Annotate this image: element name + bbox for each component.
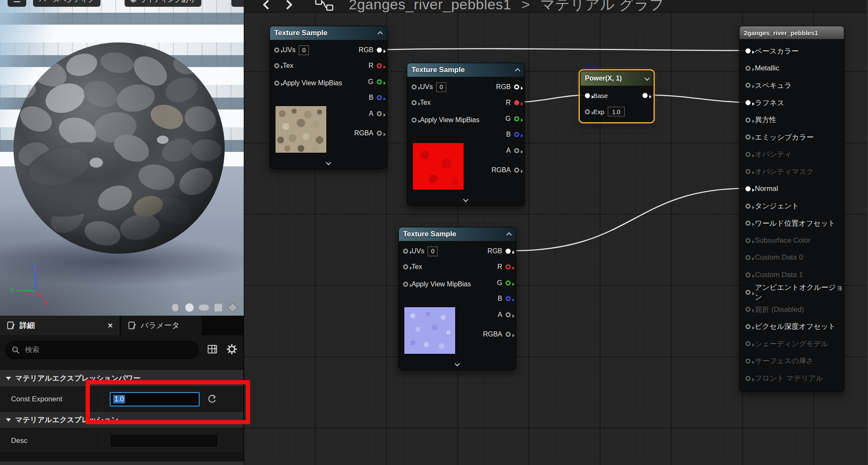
b-output-pin[interactable] [506, 296, 511, 301]
g-output-pin[interactable] [377, 79, 382, 84]
material-output-pin[interactable] [746, 48, 751, 53]
material-output-pin[interactable] [746, 324, 751, 329]
uvs-value[interactable]: 0 [299, 45, 309, 55]
mipbias-input-pin[interactable] [274, 81, 279, 86]
mesh-icon[interactable] [227, 302, 239, 313]
material-output-pin[interactable] [746, 359, 751, 364]
material-output-row: ピクセル深度オフセット [740, 318, 844, 336]
g-output-pin[interactable] [514, 116, 519, 121]
breadcrumb-asset-name[interactable]: 2ganges_river_pebbles1 [349, 0, 511, 12]
uvs-input-pin[interactable] [412, 84, 417, 90]
desc-input[interactable] [110, 434, 218, 448]
material-output-pin[interactable] [746, 152, 751, 157]
settings-gear-icon[interactable] [226, 344, 237, 355]
plane-icon[interactable] [198, 303, 210, 313]
wire-r-to-power-base[interactable] [515, 95, 585, 102]
material-output-label: サーフェスの厚さ [755, 356, 813, 366]
mipbias-input-pin[interactable] [403, 282, 408, 287]
material-output-pin[interactable] [746, 66, 751, 71]
uvs-value[interactable]: 0 [436, 82, 446, 92]
r-output-pin[interactable] [377, 63, 382, 68]
wire-rgb-to-basecolor[interactable] [384, 49, 746, 50]
uvs-input-pin[interactable] [403, 249, 408, 254]
search-box[interactable] [5, 341, 199, 359]
mipbias-input-pin[interactable] [412, 118, 417, 123]
material-result-node[interactable]: 2ganges_river_pebbles1 ベースカラー Metallic [739, 26, 844, 392]
material-output-pin[interactable] [746, 221, 751, 226]
a-output-pin[interactable] [514, 148, 519, 153]
view-mode-dropdown[interactable]: ライティングあり [125, 0, 201, 7]
tex-input-pin[interactable] [412, 100, 417, 105]
material-output-pin[interactable] [746, 118, 751, 123]
texture-sample-node-1[interactable]: Texture Sample UVs0 Tex Apply View MipBi… [270, 26, 387, 169]
material-output-pin[interactable] [746, 290, 751, 295]
material-output-pin[interactable] [746, 134, 751, 140]
viewport-menu-button[interactable] [8, 0, 26, 7]
uvs-input-pin[interactable] [274, 48, 279, 53]
material-output-pin[interactable] [746, 255, 751, 260]
sphere-icon[interactable] [184, 303, 195, 313]
close-tab-button[interactable]: × [108, 321, 113, 330]
cube-icon[interactable] [213, 303, 224, 313]
rgb-output-pin[interactable] [514, 84, 519, 90]
texture-sample-node-2[interactable]: Texture Sample UVs0 Tex Apply View MipBi… [407, 63, 525, 206]
expand-icon[interactable] [326, 160, 331, 165]
collapse-icon[interactable] [515, 68, 520, 73]
r-output-pin[interactable] [506, 264, 511, 269]
extra-toolbar-button[interactable] [231, 0, 244, 7]
column-view-icon[interactable] [208, 345, 217, 353]
material-output-row: 屈折 (Disabled) [740, 301, 844, 318]
r-output-pin[interactable] [514, 100, 519, 105]
material-output-pin[interactable] [746, 204, 751, 209]
material-output-pin[interactable] [746, 169, 751, 174]
rgba-output-pin[interactable] [377, 131, 382, 136]
collapse-icon[interactable] [506, 232, 512, 238]
expand-icon[interactable] [463, 197, 469, 202]
b-output-pin[interactable] [514, 132, 519, 137]
exp-value[interactable]: 1.0 [608, 107, 625, 117]
exp-input-pin[interactable] [585, 109, 590, 114]
wire-rgb-to-normal[interactable] [512, 188, 746, 251]
collapse-icon[interactable] [378, 31, 383, 36]
material-output-label: オパシティマスク [755, 167, 814, 176]
dropdown-icon[interactable] [645, 75, 650, 81]
power-output-pin[interactable] [643, 93, 648, 98]
search-input[interactable] [24, 345, 193, 355]
material-output-pin[interactable] [746, 376, 751, 381]
tab-details[interactable]: 詳細 × [0, 316, 120, 335]
preview-shape-buttons [170, 302, 239, 313]
panel-tabbar: 詳細 × パラメータ [0, 316, 243, 335]
wire-power-to-roughness[interactable] [650, 95, 746, 102]
a-output-pin[interactable] [377, 111, 382, 116]
tab-parameters[interactable]: パラメータ [121, 316, 202, 335]
rgba-output-pin[interactable] [514, 168, 519, 173]
material-output-pin[interactable] [746, 186, 751, 191]
uvs-value[interactable]: 0 [428, 247, 438, 256]
material-output-pin[interactable] [746, 100, 751, 105]
texture-sample-node-3[interactable]: Texture Sample UVs0 Tex Apply View MipBi… [398, 227, 516, 370]
rgb-output-pin[interactable] [377, 48, 382, 53]
preview-sphere[interactable] [11, 40, 227, 256]
forward-arrow-icon[interactable] [281, 0, 295, 12]
b-output-pin[interactable] [377, 95, 382, 100]
back-arrow-icon[interactable] [260, 0, 274, 12]
rgb-output-pin[interactable] [506, 249, 511, 254]
cylinder-icon[interactable] [170, 303, 181, 313]
material-output-pin[interactable] [746, 272, 751, 277]
preview-viewport[interactable]: パースペクティブ ライティングあり Z Y X [0, 0, 244, 316]
expand-icon[interactable] [455, 361, 460, 367]
material-graph-canvas[interactable]: 2ganges_river_pebbles1 > マテリアル グラフ Textu… [244, 0, 868, 465]
tex-input-pin[interactable] [274, 63, 279, 68]
power-node[interactable]: Power(X, 1) Base Exp1.0 [580, 71, 653, 122]
perspective-dropdown[interactable]: パースペクティブ [33, 0, 100, 7]
material-output-pin[interactable] [746, 238, 751, 243]
base-input-pin[interactable] [585, 93, 590, 98]
material-output-pin[interactable] [746, 341, 751, 346]
a-output-pin[interactable] [506, 312, 511, 317]
breadcrumb-page-name[interactable]: マテリアル グラフ [540, 0, 664, 12]
tex-input-pin[interactable] [403, 264, 408, 269]
material-output-pin[interactable] [746, 307, 751, 312]
rgba-output-pin[interactable] [506, 332, 511, 337]
g-output-pin[interactable] [506, 280, 511, 286]
material-output-pin[interactable] [746, 83, 751, 88]
